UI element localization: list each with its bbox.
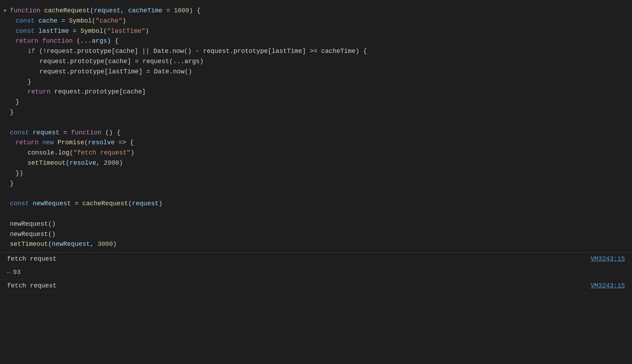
var-newRequest: newRequest [33,199,71,209]
fn-Promise: Promise [58,138,84,148]
line-7-content: request.prototype[lastTime] = Date.now() [40,67,192,77]
paren-close-15: ) [131,148,135,158]
paren-2: ( [92,16,96,26]
return-cache: request.prototype[cache] [54,87,146,97]
console-output-1: fetch request VM3243:15 [0,253,632,266]
paren-close-3: ) [145,26,149,36]
close-brace-10: } [16,97,19,107]
paren-15: ( [70,148,73,158]
var-request: request [33,128,60,138]
paren-open-1: ( [90,6,94,16]
var-lastTime: lastTime [38,26,69,36]
code-line-4: return function (...args) { [0,36,632,46]
param-cacheTime: cacheTime [128,6,162,16]
return-value: 93 [13,267,21,278]
kw-if: if [28,46,39,56]
fold-arrow-1[interactable]: ▼ [4,7,8,15]
eq-2: = [58,16,69,26]
num-1000: 1000 [174,6,189,16]
var-newRequest-24: newRequest [52,239,90,249]
newRequest-call-2: newRequest() [10,229,56,239]
paren-20: ( [128,199,132,209]
code-line-blank-1 [0,117,632,128]
code-line-24: setTimeout(newRequest, 3000) [0,239,632,249]
eq-3: = [69,26,80,36]
line-6-content: request.prototype[cache] = request(...ar… [40,56,203,67]
paren-16: ( [66,158,70,168]
code-line-11: } [0,107,632,117]
str-cache: "cache" [96,16,123,26]
kw-function-13: function [71,128,105,138]
if-condition: (!request.prototype[cache] || Date.now()… [39,46,367,56]
fn-Symbol-2: Symbol [81,26,103,36]
code-line-20: const newRequest = cacheRequest(request) [0,199,632,209]
eq-1: = [162,6,174,16]
console-dot: console. [28,148,58,158]
var-request-20: request [132,199,159,209]
console-text-2: fetch request [7,281,577,291]
fn-cacheRequest: cacheRequest [44,6,90,16]
fn-setTimeout-1: setTimeout [28,158,66,168]
console-text-1: fetch request [7,254,577,264]
console-source-1[interactable]: VM3243:15 [577,254,625,264]
arrow-14: => { [115,138,134,148]
var-resolve-16: resolve [70,158,96,168]
fn-cacheRequest-call: cacheRequest [82,199,128,209]
code-line-9: return request.prototype[cache] [0,87,632,97]
paren-13: () { [105,128,120,138]
str-lastTime: "lastTime" [107,26,145,36]
return-arrow: ← [7,267,11,278]
close-brace-11: } [10,107,14,117]
num-2000: 2000 [104,158,119,168]
close-brace-8: } [28,77,31,87]
code-line-5: if (!request.prototype[cache] || Date.no… [0,46,632,56]
paren-close-20: ) [159,199,162,209]
code-line-blank-3 [0,209,632,219]
paren-14: ( [84,138,88,148]
close-brace-18: } [10,178,14,189]
paren-close-1: ) { [189,6,201,16]
code-editor: ▼ function cacheRequest(request, cacheTi… [0,0,632,249]
kw-function-2: function [42,36,77,46]
code-line-8: } [0,77,632,87]
paren-close-24: ) [113,239,117,249]
code-line-16: setTimeout(resolve, 2000) [0,158,632,168]
console-return-line: ← 93 [0,266,632,279]
code-line-6: request.prototype[cache] = request(...ar… [0,56,632,67]
paren-close-2: ) [122,16,126,26]
paren-24: ( [48,239,52,249]
code-line-15: console.log("fetch request") [0,148,632,158]
eq-13: = [59,128,71,138]
close-paren-brace-17: }) [16,168,23,178]
kw-return-2: return [28,87,54,97]
var-args: args [92,36,107,46]
code-line-17: }) [0,168,632,178]
code-line-13: const request = function () { [0,128,632,138]
fn-setTimeout-2: setTimeout [10,239,48,249]
str-fetch-request: "fetch request" [73,148,131,158]
console-area: fetch request VM3243:15 ← 93 fetch reque… [0,252,632,292]
paren-close-16: ) [119,158,123,168]
console-source-2[interactable]: VM3243:15 [577,281,625,291]
paren-3: ( [103,26,107,36]
fn-log: log [58,148,69,158]
console-output-2: fetch request VM3243:15 [0,279,632,293]
code-line-10: } [0,97,632,107]
spread-args: (... [77,36,92,46]
kw-function-1: function [10,6,44,16]
code-line-7: request.prototype[lastTime] = Date.now() [0,67,632,77]
kw-const-2: const [16,16,38,26]
comma-24: , [90,239,98,249]
code-line-22: newRequest() [0,219,632,229]
code-line-2: const cache = Symbol("cache") [0,16,632,26]
paren-close-4: ) { [107,36,118,46]
comma-1: , [120,6,128,16]
num-3000: 3000 [97,239,113,249]
code-line-3: const lastTime = Symbol("lastTime") [0,26,632,36]
var-cache: cache [38,16,58,26]
kw-const-13: const [10,128,33,138]
comma-16: , [96,158,104,168]
kw-return-14: return [16,138,42,148]
kw-return-1: return [16,36,42,46]
code-line-18: } [0,178,632,189]
